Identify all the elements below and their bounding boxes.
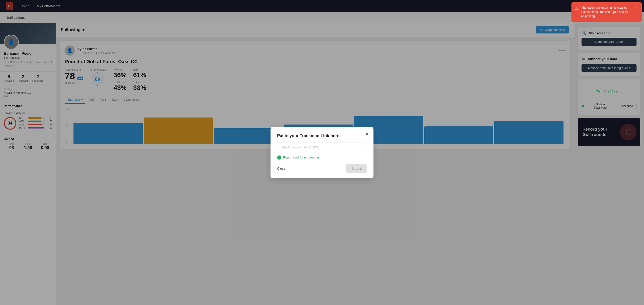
success-text: Report sent for processing [283,156,319,159]
modal-submit-button[interactable]: Submit [346,164,367,173]
toast-message: The given trackman link is invalid. Plea… [581,6,630,18]
warning-icon: ⚠ [575,6,578,11]
trackman-modal: Paste your Trackman Link here. ✕ ✓ Repor… [270,127,374,178]
modal-title: Paste your Trackman Link here. [277,134,367,138]
modal-close-button[interactable]: Close [277,167,286,170]
modal-actions: Close Submit [277,164,367,173]
modal-close-icon[interactable]: ✕ [365,132,369,137]
modal-overlay[interactable]: Paste your Trackman Link here. ✕ ✓ Repor… [0,0,644,305]
trackman-link-input[interactable] [277,142,367,152]
modal-success-message: ✓ Report sent for processing [277,156,367,160]
toast-close-button[interactable]: ✕ [635,6,638,11]
success-check-icon: ✓ [277,156,281,160]
error-toast: ⚠ The given trackman link is invalid. Pl… [572,2,642,22]
